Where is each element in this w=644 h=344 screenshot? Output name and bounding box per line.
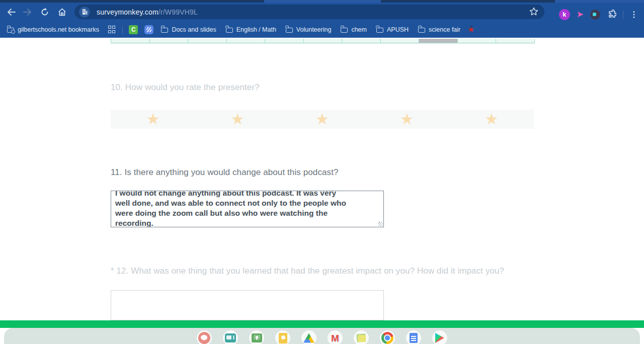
star-icon: ★	[146, 112, 160, 127]
managed-bookmarks[interactable]: gilbertschools.net bookmarks	[7, 26, 99, 33]
screencast-app-icon[interactable]	[223, 330, 238, 344]
home-button[interactable]	[54, 5, 70, 20]
scale-cell-2[interactable]	[188, 39, 227, 43]
red-star-bookmark[interactable]: ★	[467, 26, 474, 34]
bookmark-star-button[interactable]	[529, 7, 538, 18]
star-5[interactable]: ★	[449, 110, 534, 129]
bookmark-folder-label: APUSH	[387, 26, 409, 33]
shelf-app-list: M	[197, 330, 447, 344]
scale-cell-3[interactable]	[227, 39, 266, 43]
bookmark-folder-label: science fair	[429, 26, 460, 33]
bookmark-folder-english-math[interactable]: English / Math	[226, 26, 276, 33]
dark-extension-icon[interactable]	[590, 10, 600, 20]
star-outline-icon	[529, 7, 538, 16]
toolbar-separator	[623, 11, 623, 19]
chrome-app-icon[interactable]	[380, 330, 395, 344]
question-10-label: 10. How would you rate the presenter?	[111, 82, 260, 93]
docs-document-icon	[410, 333, 418, 343]
scale-cell-10[interactable]	[496, 39, 535, 43]
folder-icon	[341, 28, 348, 33]
rating-scale-row	[111, 39, 535, 43]
managed-folder-icon	[7, 28, 14, 33]
address-bar[interactable]: surveymonkey.com/r/W99VH9L	[74, 5, 544, 19]
drive-app-icon[interactable]	[301, 330, 316, 344]
striped-favicon-bookmark[interactable]	[144, 25, 153, 34]
survey-page: 10. How would you rate the presenter? ★ …	[0, 38, 644, 320]
star-3[interactable]: ★	[280, 110, 364, 129]
bookmark-folder-docs-and-slides[interactable]: Docs and slides	[161, 26, 216, 33]
classlink-bookmark[interactable]: C	[129, 25, 138, 34]
question-12-label: * 12. What was one thing that you learne…	[111, 266, 504, 276]
star-icon: ★	[315, 112, 329, 127]
scale-cell-0[interactable]	[111, 39, 150, 43]
canvas-app-icon[interactable]	[197, 330, 212, 344]
classroom-app-icon[interactable]	[249, 330, 264, 344]
survey-footer-green-bar	[0, 320, 644, 328]
chromeos-shelf: M	[4, 328, 640, 344]
bookmark-folder-volunteering[interactable]: Volunteering	[286, 26, 332, 33]
forward-button[interactable]	[19, 5, 35, 20]
star-icon: ★	[400, 112, 414, 127]
folder-icon	[418, 28, 425, 33]
folder-icon	[226, 28, 233, 33]
chromeos-screen: surveymonkey.com/r/W99VH9L k ➤ ⋮	[0, 0, 644, 344]
bookmark-folder-chem[interactable]: chem	[341, 26, 367, 33]
apps-shortcut[interactable]	[108, 26, 116, 33]
answer-line-4: recording.	[115, 218, 379, 227]
classroom-icon	[252, 333, 262, 342]
browser-menu-button[interactable]: ⋮	[630, 10, 638, 19]
bookmarks-bar: gilbertschools.net bookmarks C Docs and …	[0, 21, 644, 38]
bookmark-folder-apush[interactable]: APUSH	[376, 26, 409, 33]
play-store-app-icon[interactable]	[432, 330, 447, 344]
drive-triangle-icon	[303, 333, 314, 343]
bookmark-folder-science-fair[interactable]: science fair	[418, 26, 460, 33]
answer-line-2: well done, and was able to connect not o…	[115, 198, 379, 208]
bookmark-folder-label: chem	[351, 26, 367, 33]
scale-cell-1[interactable]	[150, 39, 189, 43]
gmail-app-icon[interactable]: M	[328, 330, 343, 344]
chrome-logo-icon	[381, 332, 393, 344]
site-icon	[82, 9, 88, 15]
home-icon	[58, 8, 66, 16]
scale-cell-9[interactable]	[458, 39, 497, 43]
back-button[interactable]	[3, 5, 19, 20]
star-icon: ★	[485, 112, 498, 127]
url-host: surveymonkey.com	[97, 8, 158, 16]
screen-icon	[225, 333, 236, 342]
scale-cell-7[interactable]	[381, 39, 420, 43]
kami-extension-icon[interactable]: k	[559, 9, 570, 20]
reload-button[interactable]	[37, 5, 53, 20]
notes-app-icon[interactable]	[354, 330, 369, 344]
forward-arrow-icon	[23, 9, 32, 16]
extensions-puzzle-button[interactable]	[607, 10, 616, 19]
managed-bookmarks-label: gilbertschools.net bookmarks	[18, 26, 99, 33]
folder-icon	[161, 28, 168, 33]
answer-text-clip: I would not change anything about this p…	[111, 191, 383, 227]
site-info-chip[interactable]	[79, 7, 90, 18]
star-icon: ★	[231, 112, 245, 127]
scale-cell-8-selected[interactable]	[419, 39, 458, 43]
star-4[interactable]: ★	[365, 110, 449, 129]
question-10-star-rating: ★ ★ ★ ★ ★	[111, 110, 534, 129]
textarea-resize-handle[interactable]	[378, 222, 383, 226]
star-1[interactable]: ★	[111, 110, 195, 129]
question-12-answer-textarea[interactable]	[111, 290, 384, 320]
question-11-answer-textarea[interactable]: I would not change anything about this p…	[111, 191, 384, 227]
reload-icon	[41, 8, 49, 16]
scale-cell-5[interactable]	[304, 39, 343, 43]
folder-icon	[376, 28, 383, 33]
folder-icon	[286, 28, 293, 33]
bookmark-folder-label: Volunteering	[296, 26, 332, 33]
scale-cell-4[interactable]	[265, 39, 304, 43]
pink-arrow-extension-icon[interactable]: ➤	[577, 10, 584, 19]
puzzle-icon	[607, 10, 616, 19]
bookmark-folder-label: English / Math	[236, 26, 276, 33]
answer-line-3: were doing the zoom call but also who we…	[115, 208, 379, 218]
palette-icon	[198, 332, 210, 344]
star-2[interactable]: ★	[195, 110, 280, 129]
scale-cell-6[interactable]	[342, 39, 381, 43]
keep-app-icon[interactable]	[275, 330, 290, 344]
url-path: /r/W99VH9L	[158, 8, 198, 16]
back-arrow-icon	[7, 9, 16, 16]
docs-app-icon[interactable]	[406, 330, 421, 344]
